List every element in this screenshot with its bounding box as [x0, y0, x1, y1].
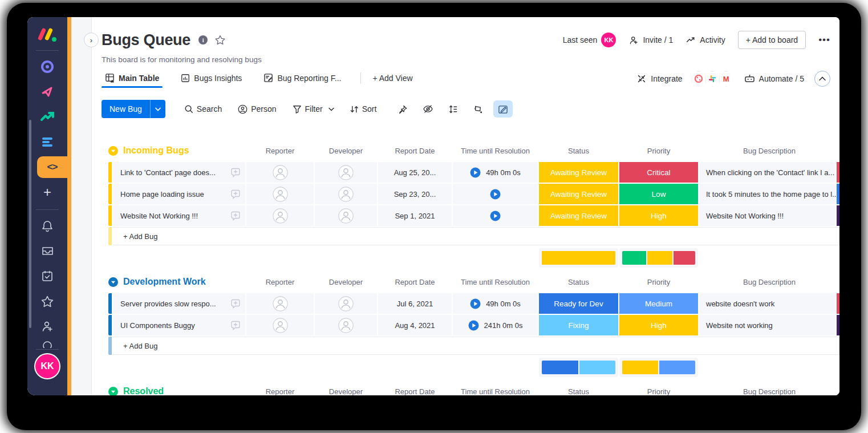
- person-placeholder-icon[interactable]: [338, 165, 354, 180]
- status-cell[interactable]: Awaiting Review: [539, 184, 618, 204]
- item-name-cell[interactable]: Home page loading issue: [113, 184, 245, 204]
- color-bucket-button[interactable]: [468, 100, 488, 118]
- column-header[interactable]: Developer: [315, 278, 377, 286]
- priority-cell[interactable]: Critical: [619, 162, 698, 183]
- developer-cell[interactable]: [315, 162, 377, 183]
- reporter-cell[interactable]: [246, 315, 314, 335]
- sidebar-item-work-management[interactable]: [27, 54, 67, 79]
- priority-cell[interactable]: Medium: [619, 293, 698, 314]
- report-date-cell[interactable]: Aug 4, 2021: [378, 315, 452, 335]
- time-tracking-cell[interactable]: [453, 184, 538, 204]
- sidebar-item-add-product[interactable]: +: [27, 180, 67, 205]
- integrate-button[interactable]: Integrate: [636, 74, 682, 84]
- person-placeholder-icon[interactable]: [338, 208, 354, 224]
- column-header[interactable]: Priority: [619, 278, 698, 286]
- new-bug-button[interactable]: New Bug: [102, 100, 165, 118]
- person-placeholder-icon[interactable]: [338, 318, 354, 333]
- highlight-edit-button[interactable]: [493, 100, 513, 118]
- item-height-button[interactable]: [443, 100, 463, 118]
- filter-button[interactable]: Filter: [287, 101, 339, 117]
- tab-main-table[interactable]: Main Table: [102, 73, 163, 88]
- collapse-header-button[interactable]: [814, 71, 830, 87]
- person-placeholder-icon[interactable]: [273, 208, 288, 224]
- add-update-icon[interactable]: [230, 320, 241, 330]
- more-options-button[interactable]: •••: [818, 34, 830, 46]
- bug-description-cell[interactable]: Website Not Working !!!: [699, 205, 839, 226]
- reporter-cell[interactable]: [246, 184, 314, 204]
- column-header[interactable]: Reporter: [246, 147, 314, 155]
- column-header[interactable]: Bug Description: [699, 147, 839, 155]
- bug-description-cell[interactable]: It took 5 minutes to the home page to l.…: [699, 184, 839, 204]
- time-tracking-cell[interactable]: 241h 0m 0s: [453, 315, 538, 335]
- sidebar-item-search[interactable]: [27, 339, 67, 348]
- invite-button[interactable]: Invite / 1: [628, 35, 673, 45]
- sidebar-item-invite-members[interactable]: [27, 314, 67, 339]
- reporter-cell[interactable]: [246, 162, 314, 183]
- group-collapse-icon[interactable]: [108, 277, 118, 287]
- sidebar-item-my-work[interactable]: [27, 264, 67, 289]
- column-header[interactable]: Reporter: [246, 387, 314, 396]
- sidebar-item-marketer[interactable]: [27, 79, 67, 104]
- time-tracking-cell[interactable]: [453, 205, 538, 226]
- activity-button[interactable]: Activity: [686, 35, 725, 44]
- priority-cell[interactable]: Low: [619, 184, 698, 204]
- group-title[interactable]: Incoming Bugs: [108, 145, 245, 156]
- reporter-cell[interactable]: [246, 205, 314, 226]
- hide-columns-button[interactable]: [418, 100, 437, 118]
- add-update-icon[interactable]: [230, 167, 241, 177]
- play-timer-icon[interactable]: [470, 298, 481, 309]
- sidebar-item-notifications[interactable]: [27, 213, 67, 238]
- status-cell[interactable]: Fixing: [539, 315, 618, 335]
- add-update-icon[interactable]: [230, 298, 241, 309]
- sidebar-item-favorites[interactable]: [27, 289, 67, 314]
- item-name-cell[interactable]: Link to 'Contact' page does...: [113, 162, 245, 183]
- person-placeholder-icon[interactable]: [273, 296, 288, 311]
- search-button[interactable]: Search: [179, 101, 227, 117]
- developer-cell[interactable]: [315, 293, 377, 314]
- column-header[interactable]: Bug Description: [699, 278, 839, 286]
- item-name-cell[interactable]: Server provides slow respo...: [113, 293, 245, 314]
- group-title[interactable]: Development Work: [108, 277, 245, 287]
- play-timer-icon[interactable]: [470, 167, 481, 178]
- info-icon[interactable]: i: [198, 35, 208, 44]
- column-header[interactable]: Time until Resolution: [453, 387, 538, 396]
- column-header[interactable]: Status: [539, 387, 618, 396]
- monday-logo-icon[interactable]: [38, 26, 57, 43]
- bug-description-cell[interactable]: website doesn't work: [699, 293, 839, 314]
- add-to-board-button[interactable]: + Add to board: [738, 31, 806, 49]
- tab-bug-reporting-form[interactable]: Bug Reporting F...: [260, 73, 344, 88]
- column-header[interactable]: Reporter: [246, 278, 314, 286]
- user-avatar[interactable]: KK: [34, 353, 60, 379]
- column-header[interactable]: Priority: [619, 147, 698, 155]
- priority-cell[interactable]: High: [619, 315, 698, 335]
- play-timer-icon[interactable]: [490, 189, 501, 200]
- status-cell[interactable]: Awaiting Review: [539, 205, 618, 226]
- group-collapse-icon[interactable]: [108, 146, 118, 156]
- column-header[interactable]: Report Date: [378, 147, 452, 155]
- column-header[interactable]: Status: [539, 278, 618, 286]
- tab-bugs-insights[interactable]: Bugs Insights: [177, 74, 245, 88]
- status-summary[interactable]: [539, 358, 618, 377]
- add-bug-row[interactable]: + Add Bug: [108, 337, 839, 355]
- sidebar-scrollbar[interactable]: [29, 120, 31, 328]
- person-placeholder-icon[interactable]: [338, 187, 354, 202]
- report-date-cell[interactable]: Sep 23, 20...: [378, 184, 452, 204]
- column-header[interactable]: Priority: [619, 387, 698, 396]
- item-name-cell[interactable]: UI Components Buggy: [113, 315, 245, 335]
- column-header[interactable]: Report Date: [378, 278, 452, 286]
- add-update-icon[interactable]: [230, 211, 241, 221]
- sidebar-item-inbox[interactable]: [27, 238, 67, 264]
- column-header[interactable]: Bug Description: [699, 387, 839, 396]
- expand-panel-button[interactable]: ›: [84, 33, 99, 47]
- priority-cell[interactable]: High: [619, 205, 698, 226]
- pin-button[interactable]: [393, 100, 412, 118]
- status-summary[interactable]: [539, 248, 618, 268]
- add-update-icon[interactable]: [230, 189, 241, 199]
- automate-button[interactable]: Automate / 5: [744, 74, 804, 83]
- developer-cell[interactable]: [315, 184, 377, 204]
- priority-summary[interactable]: [619, 248, 698, 268]
- column-header[interactable]: Time until Resolution: [453, 278, 538, 286]
- group-collapse-icon[interactable]: [108, 387, 118, 396]
- play-timer-icon[interactable]: [490, 211, 501, 221]
- report-date-cell[interactable]: Jul 6, 2021: [378, 293, 452, 314]
